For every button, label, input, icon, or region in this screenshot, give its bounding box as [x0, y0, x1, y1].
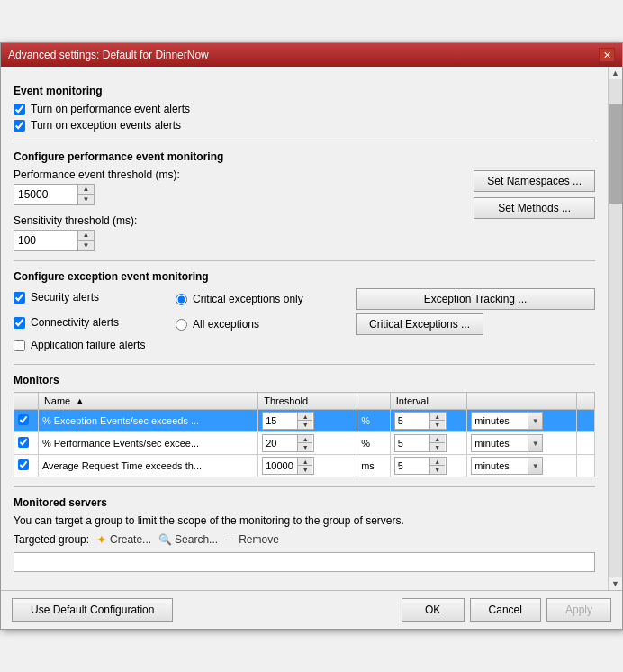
row2-dropdown-arrow-icon: ▼ [528, 435, 542, 451]
connectivity-row: Connectivity alerts [14, 316, 176, 329]
row3-threshold-input[interactable] [263, 458, 297, 474]
remove-icon: — [225, 533, 236, 546]
sensitivity-up-btn[interactable]: ▲ [78, 231, 94, 241]
row2-interval-select[interactable]: minutes hours seconds [472, 437, 528, 450]
sensitivity-spinner: 100 ▲ ▼ [14, 230, 95, 251]
row2-check-cell [14, 432, 39, 455]
row2-interval-up[interactable]: ▲ [430, 435, 445, 443]
security-checkbox[interactable] [14, 292, 25, 304]
row2-name: % Performance Events/sec excee... [42, 438, 199, 449]
close-button[interactable]: ✕ [599, 48, 615, 62]
scroll-thumb[interactable] [609, 104, 622, 204]
row1-name-cell: % Exception Events/sec exceeds ... [38, 410, 257, 432]
divider-1 [14, 141, 595, 141]
scroll-down-btn[interactable]: ▼ [611, 579, 619, 588]
threshold-input[interactable]: 15000 [14, 185, 77, 204]
ok-button[interactable]: OK [402, 598, 465, 622]
table-row[interactable]: % Exception Events/sec exceeds ... ▲ ▼ [14, 410, 595, 432]
row3-interval-dropdown[interactable]: minutes hours seconds ▼ [471, 457, 543, 475]
row1-threshold-down[interactable]: ▼ [298, 421, 312, 429]
row1-threshold-up[interactable]: ▲ [298, 413, 312, 421]
row3-checkbox[interactable] [18, 459, 29, 470]
all-radio[interactable] [176, 319, 187, 331]
row3-interval-select[interactable]: minutes hours seconds [472, 459, 528, 472]
create-button[interactable]: ✦ Create... [96, 532, 151, 547]
col-name-header: Name ▲ [38, 393, 257, 410]
exception-alert-checkbox[interactable] [14, 120, 25, 132]
row3-name: Average Request Time exceeds th... [42, 460, 202, 471]
row1-threshold-input[interactable] [263, 413, 297, 429]
row1-interval-select[interactable]: minutes hours seconds [472, 414, 528, 427]
monitors-table: Name ▲ Threshold Interval [14, 392, 595, 477]
appfailure-label: Application failure alerts [31, 339, 145, 351]
row1-interval-spinner: ▲ ▼ [394, 412, 447, 430]
exception-event-title: Configure exception event monitoring [14, 270, 595, 283]
row2-threshold-spinner: ▲ ▼ [262, 434, 314, 452]
row1-dropdown-arrow-icon: ▼ [528, 413, 542, 429]
row2-interval-input[interactable] [395, 435, 429, 451]
row3-threshold-up[interactable]: ▲ [298, 458, 312, 466]
critical-radio-row: Critical exceptions only [176, 293, 356, 305]
title-bar: Advanced settings: Default for DinnerNow… [1, 43, 622, 67]
row2-checkbox[interactable] [18, 437, 29, 448]
row3-interval-spinner: ▲ ▼ [394, 457, 447, 475]
row3-threshold-down[interactable]: ▼ [298, 466, 312, 474]
set-methods-button[interactable]: Set Methods ... [474, 197, 595, 219]
use-default-config-button[interactable]: Use Default Configuration [12, 598, 173, 622]
right-scrollbar: ▲ ▼ [608, 67, 622, 590]
table-row[interactable]: Average Request Time exceeds th... ▲ ▼ [14, 455, 595, 477]
sensitivity-spinner-buttons: ▲ ▼ [77, 231, 94, 250]
sensitivity-down-btn[interactable]: ▼ [78, 241, 94, 250]
row1-interval-dropdown[interactable]: minutes hours seconds ▼ [471, 412, 543, 430]
threshold-up-btn[interactable]: ▲ [78, 185, 94, 195]
search-button[interactable]: 🔍 Search... [158, 533, 218, 546]
row3-interval-up[interactable]: ▲ [430, 458, 445, 466]
all-radio-row: All exceptions [176, 318, 356, 331]
row2-interval-unit-cell: minutes hours seconds ▼ [467, 432, 577, 455]
critical-radio[interactable] [176, 294, 187, 305]
row3-interval-down[interactable]: ▼ [430, 466, 445, 474]
row1-interval-up[interactable]: ▲ [430, 413, 445, 421]
row1-interval-down[interactable]: ▼ [430, 421, 445, 429]
perf-alert-row: Turn on performance event alerts [14, 103, 595, 115]
row3-interval-unit-cell: minutes hours seconds ▼ [467, 455, 577, 477]
connectivity-label: Connectivity alerts [31, 316, 119, 329]
col-interval-header: Interval [390, 393, 467, 410]
row1-interval-cell: ▲ ▼ [390, 410, 467, 432]
sensitivity-input[interactable]: 100 [14, 231, 77, 250]
row2-interval-dropdown[interactable]: minutes hours seconds ▼ [471, 434, 543, 452]
create-icon: ✦ [96, 532, 107, 547]
row2-threshold-down[interactable]: ▼ [298, 443, 312, 451]
connectivity-checkbox[interactable] [14, 317, 25, 329]
row2-interval-cell: ▲ ▼ [390, 432, 467, 455]
security-label: Security alerts [31, 291, 99, 304]
remove-label: Remove [239, 533, 279, 546]
row3-dropdown-arrow-icon: ▼ [528, 458, 542, 474]
row1-check-cell [14, 410, 39, 432]
appfailure-checkbox[interactable] [14, 340, 25, 351]
cancel-button[interactable]: Cancel [470, 598, 541, 622]
critical-radio-label: Critical exceptions only [193, 293, 303, 305]
apply-button[interactable]: Apply [546, 598, 611, 622]
perf-alert-checkbox[interactable] [14, 104, 25, 115]
perf-left: Performance event threshold (ms): 15000 … [14, 168, 465, 251]
scroll-up-btn[interactable]: ▲ [611, 68, 619, 77]
critical-exceptions-button[interactable]: Critical Exceptions ... [356, 313, 483, 335]
exception-alert-row: Turn on exception events alerts [14, 119, 595, 132]
exception-alert-label: Turn on exception events alerts [31, 119, 181, 132]
row2-interval-down[interactable]: ▼ [430, 443, 445, 451]
row2-threshold-up[interactable]: ▲ [298, 435, 312, 443]
divider-4 [14, 486, 595, 487]
row1-checkbox[interactable] [18, 414, 29, 425]
table-row[interactable]: % Performance Events/sec excee... ▲ ▼ [14, 432, 595, 455]
row1-interval-input[interactable] [395, 413, 429, 429]
row3-interval-input[interactable] [395, 458, 429, 474]
threshold-down-btn[interactable]: ▼ [78, 195, 94, 204]
targeted-group-input[interactable] [14, 552, 595, 572]
set-namespaces-button[interactable]: Set Namespaces ... [474, 170, 595, 192]
monitored-servers-section: Monitored servers You can target a group… [14, 496, 595, 572]
remove-button[interactable]: — Remove [225, 533, 279, 546]
search-icon: 🔍 [158, 533, 172, 546]
row2-threshold-input[interactable] [263, 435, 297, 451]
exception-tracking-button[interactable]: Exception Tracking ... [356, 288, 595, 310]
